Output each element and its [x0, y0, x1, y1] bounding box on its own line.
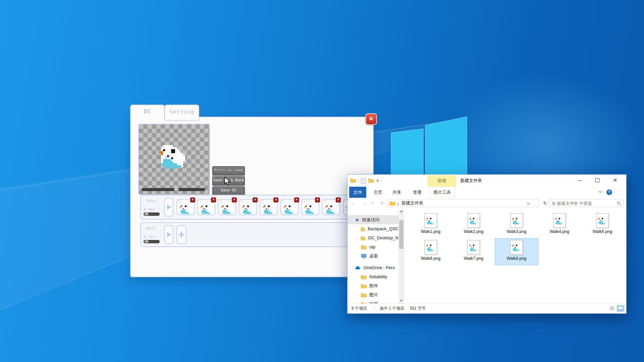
preview-zoom-slider-handle[interactable]	[174, 187, 179, 192]
divider	[374, 306, 375, 311]
sidebar-item[interactable]: OC_Desktop_N	[347, 233, 398, 242]
mouse-cursor	[224, 177, 232, 186]
ribbon-tab-home[interactable]: 主页	[371, 187, 385, 198]
sidebar-item-label: utp	[369, 242, 375, 251]
recent-locations-icon[interactable]	[371, 202, 377, 206]
back-button[interactable]: ←	[350, 198, 358, 208]
frame-sprite	[263, 204, 275, 216]
details-view-button[interactable]	[608, 305, 615, 312]
scroll-up-button[interactable]: ▲	[398, 208, 404, 214]
play-button[interactable]	[164, 198, 173, 217]
file-item[interactable]: Walk1.png	[409, 212, 452, 238]
checkbox-icon[interactable]: ✓	[361, 178, 366, 183]
remove-frame-button[interactable]: ×	[211, 197, 216, 202]
ribbon-tab-picture-tools[interactable]: 图片工具	[429, 187, 455, 198]
forward-button[interactable]: →	[361, 198, 369, 208]
frame-index-label: 6	[303, 200, 305, 203]
file-item[interactable]: Walk2.png	[452, 212, 495, 238]
file-name-label: Walk5.png	[593, 229, 612, 234]
search-box[interactable]	[549, 199, 624, 207]
quick-access-star-icon: ★	[355, 215, 359, 224]
frame-thumbnail[interactable]: 4×	[260, 199, 278, 215]
close-icon: ✕	[613, 177, 618, 183]
file-icon	[467, 213, 480, 228]
play-button[interactable]	[164, 225, 173, 244]
sidebar-item[interactable]: Backpack_QSC	[347, 224, 398, 233]
frame-thumbnail[interactable]: 5×	[280, 199, 299, 215]
scroll-down-button[interactable]: ▼	[398, 298, 404, 304]
qat-dropdown-icon[interactable]	[376, 180, 379, 182]
file-item[interactable]: Walk5.png	[581, 212, 624, 238]
add-frame-button[interactable]	[176, 225, 186, 244]
frame-thumbnail[interactable]: 2×	[218, 199, 236, 215]
fps-slider-handle[interactable]	[145, 213, 149, 216]
file-item[interactable]: Walk6.png	[409, 239, 452, 265]
folder-icon[interactable]	[368, 178, 374, 184]
scroll-thumb[interactable]	[399, 220, 404, 249]
folder-icon[interactable]	[350, 178, 356, 184]
minimize-button[interactable]	[572, 175, 587, 186]
sidebar-item[interactable]: 桌面	[347, 251, 398, 260]
tab-setting[interactable]: Setting	[164, 105, 199, 121]
file-item[interactable]: Walk3.png	[495, 212, 538, 238]
maximize-icon	[595, 178, 599, 182]
file-item[interactable]: Walk8.png	[495, 239, 538, 265]
ribbon-tab-view[interactable]: 查看	[410, 187, 425, 198]
preview-zoom-slider[interactable]	[142, 188, 205, 191]
explorer-content: ★快速访问Backpack_QSCOC_Desktop_Nutp桌面OneDri…	[347, 208, 626, 304]
fps-slider-handle[interactable]	[145, 240, 149, 243]
save-oc-button[interactable]: Save OC	[212, 186, 245, 196]
remove-frame-button[interactable]: ×	[315, 197, 320, 202]
frame-sprite	[221, 204, 233, 216]
sidebar-scrollbar[interactable]: ▲ ▼	[398, 208, 404, 304]
file-name-label: Walk8.png	[507, 256, 527, 261]
file-item[interactable]: Walk4.png	[538, 212, 581, 238]
file-item[interactable]: Walk7.png	[452, 239, 495, 265]
remove-frame-button[interactable]: ×	[273, 197, 278, 202]
frame-thumbnail[interactable]: 7×	[322, 199, 340, 215]
sidebar-item[interactable]: Notability	[347, 272, 398, 281]
maximize-button[interactable]	[590, 175, 605, 186]
breadcrumb-folder[interactable]: 新建文件夹	[401, 199, 423, 207]
sidebar-item[interactable]: OneDrive - Pers	[347, 263, 398, 272]
help-button[interactable]: ?	[606, 189, 612, 195]
ribbon-collapse-icon[interactable]	[598, 191, 602, 193]
sidebar-item[interactable]: 附件	[347, 281, 398, 290]
sidebar-item[interactable]: 图片	[347, 290, 398, 299]
file-name-label: Walk1.png	[421, 229, 441, 234]
frame-thumbnail[interactable]: 0×	[176, 199, 195, 215]
search-input[interactable]	[551, 200, 614, 207]
file-name-label: Walk4.png	[550, 229, 570, 234]
address-bar[interactable]: 新建文件夹	[388, 199, 539, 207]
fps-slider[interactable]	[144, 213, 160, 216]
file-icon	[510, 213, 523, 228]
remove-frame-button[interactable]: ×	[253, 197, 258, 202]
sidebar-item[interactable]: ★快速访问	[347, 215, 398, 224]
bird-sprite	[242, 204, 254, 214]
fps-slider[interactable]	[144, 240, 160, 243]
frame-thumbnail[interactable]: 1×	[197, 199, 215, 215]
tab-oc[interactable]: OC	[130, 105, 165, 119]
remove-frame-button[interactable]: ×	[294, 197, 299, 202]
frame-thumbnail[interactable]: 6×	[301, 199, 319, 215]
separator	[381, 178, 381, 183]
remove-frame-button[interactable]: ×	[336, 197, 341, 202]
sidebar-item[interactable]: utp	[347, 242, 398, 251]
address-dropdown-icon[interactable]	[527, 202, 530, 205]
manage-contextual-tab[interactable]: 管理	[427, 175, 456, 187]
refresh-button[interactable]: ↻	[541, 199, 549, 207]
frame-index-label: 1	[199, 200, 201, 203]
ribbon-tab-file[interactable]: 文件	[349, 187, 366, 198]
bird-sprite	[598, 217, 607, 225]
frame-thumbnail[interactable]: 3×	[239, 199, 257, 215]
remove-frame-button[interactable]: ×	[190, 197, 195, 202]
ribbon-tab-share[interactable]: 共享	[389, 187, 404, 198]
print-oc-name-button[interactable]: Print oc name	[212, 166, 245, 176]
up-button[interactable]: ↑	[378, 198, 386, 208]
remove-frame-button[interactable]: ×	[232, 197, 237, 202]
thumbnail-view-button[interactable]	[617, 305, 624, 312]
frame-index-label: 7	[324, 200, 326, 203]
close-button[interactable]: ×	[365, 113, 377, 125]
close-button[interactable]: ✕	[607, 175, 623, 186]
strip-name-label: Walk	[144, 226, 161, 231]
